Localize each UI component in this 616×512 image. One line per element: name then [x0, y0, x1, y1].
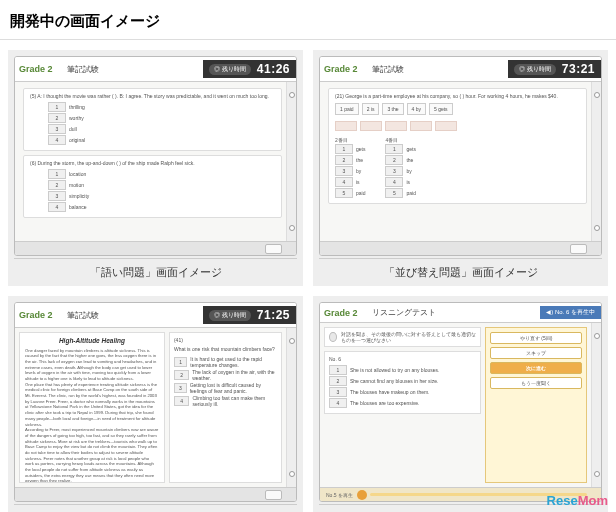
header: Grade 2 筆記試験 ◎ 残り時間 41:26 — [15, 57, 296, 82]
caption: 「語い問題」画面イメージ — [14, 258, 297, 282]
token[interactable]: 1 paid — [335, 103, 359, 115]
timer-value: 41:26 — [257, 62, 290, 76]
nav-strip — [286, 82, 296, 241]
q1-prompt: A: I thought the movie was rather ( ). B… — [37, 93, 269, 99]
nav-up-icon[interactable] — [289, 92, 295, 98]
now-playing-label: ◀) No. 6 を再生中 — [546, 308, 595, 317]
passage-text: High-Altitude Healing One danger faced b… — [19, 332, 165, 483]
audio-next-button[interactable]: 次に進む — [490, 362, 582, 374]
token-row: 1 paid 2 is 3 the 4 by 5 gets — [335, 103, 580, 115]
question-pane: (41) What is one risk that mountain clim… — [169, 332, 282, 483]
question-body: (5) A: I thought the movie was rather ( … — [15, 82, 296, 241]
cell-listening: Grade 2 リスニングテスト ◀) No. 6 を再生中 対話を聞き、その最… — [313, 296, 608, 512]
cell-vocab: Grade 2 筆記試験 ◎ 残り時間 41:26 (5) A: I thoug… — [8, 50, 303, 286]
footer-bar — [15, 241, 296, 255]
audio-replay-button[interactable]: もう一度聞く — [490, 377, 582, 389]
grade-label: Grade 2 — [19, 64, 53, 74]
cell-reading: Grade 2 筆記試験 ◎ 残り時間71:25 High-Altitude H… — [8, 296, 303, 512]
timer-label: ◎ 残り時間 — [209, 64, 251, 75]
option-button[interactable]: 4 — [48, 135, 66, 145]
cell-reorder: Grade 2 筆記試験 ◎ 残り時間73:21 (21) George is … — [313, 50, 608, 286]
screenshot-grid: Grade 2 筆記試験 ◎ 残り時間 41:26 (5) A: I thoug… — [0, 40, 616, 512]
instruction-row: 対話を聞き、その最後の問いに対する答えとして最も適切なものを一つ選びなさい — [324, 327, 481, 347]
mode-label: 筆記試験 — [67, 64, 99, 75]
page-title: 開発中の画面イメージ — [0, 0, 616, 40]
option-button[interactable]: 1 — [48, 102, 66, 112]
option-button[interactable]: 2 — [48, 113, 66, 123]
q2-prompt: During the storm, the up-and-down ( ) of… — [38, 160, 195, 166]
timer-box: ◎ 残り時間 41:26 — [203, 60, 296, 78]
speaker-icon — [329, 332, 337, 342]
audio-panel: やり直す (5回) スキップ 次に進む もう一度聞く — [485, 327, 587, 483]
resemom-logo: ReseMom — [547, 493, 608, 508]
slot[interactable] — [335, 121, 357, 131]
screen-vocab: Grade 2 筆記試験 ◎ 残り時間 41:26 (5) A: I thoug… — [14, 56, 297, 256]
slot-row — [335, 121, 580, 131]
nav-down-icon[interactable] — [289, 225, 295, 231]
play-icon[interactable] — [357, 490, 367, 500]
audio-restart-button[interactable]: やり直す (5回) — [490, 332, 582, 344]
option-button[interactable]: 3 — [48, 124, 66, 134]
footer-button[interactable] — [265, 244, 282, 254]
audio-skip-button[interactable]: スキップ — [490, 347, 582, 359]
